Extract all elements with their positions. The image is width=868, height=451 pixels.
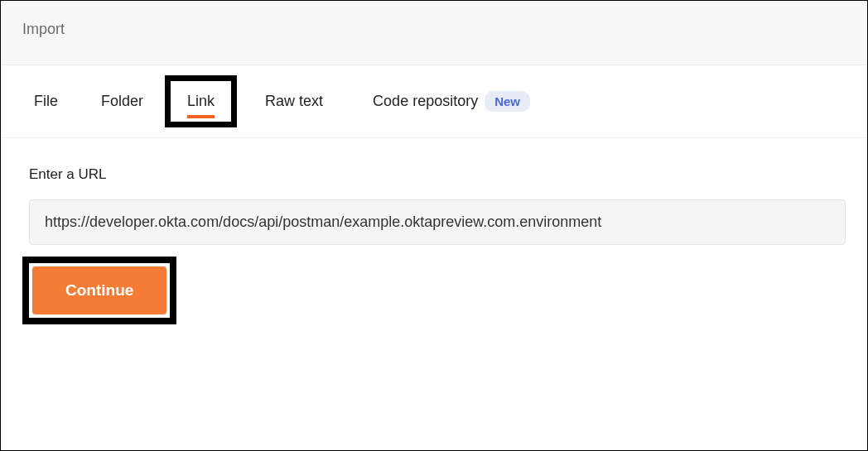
tab-code-repository-label: Code repository <box>373 93 478 110</box>
tab-raw-text[interactable]: Raw text <box>253 84 335 118</box>
url-input[interactable] <box>29 199 846 245</box>
tab-folder[interactable]: Folder <box>89 84 155 118</box>
continue-button-highlighted: Continue <box>22 257 176 324</box>
new-badge: New <box>485 91 530 112</box>
tab-link-highlighted[interactable]: Link <box>165 75 237 127</box>
tab-active-underline <box>187 115 215 118</box>
tab-file[interactable]: File <box>22 84 70 118</box>
tab-code-repository[interactable]: Code repository New <box>361 83 542 120</box>
url-field-label: Enter a URL <box>29 166 846 183</box>
dialog-header: Import <box>1 1 867 65</box>
import-dialog: Import File Folder Link Raw text Code re… <box>0 0 868 451</box>
content-area: Enter a URL Continue <box>1 138 867 324</box>
dialog-title: Import <box>22 21 846 38</box>
tabs-row: File Folder Link Raw text Code repositor… <box>1 65 867 138</box>
tab-link-label: Link <box>187 93 215 109</box>
continue-button[interactable]: Continue <box>32 266 166 314</box>
